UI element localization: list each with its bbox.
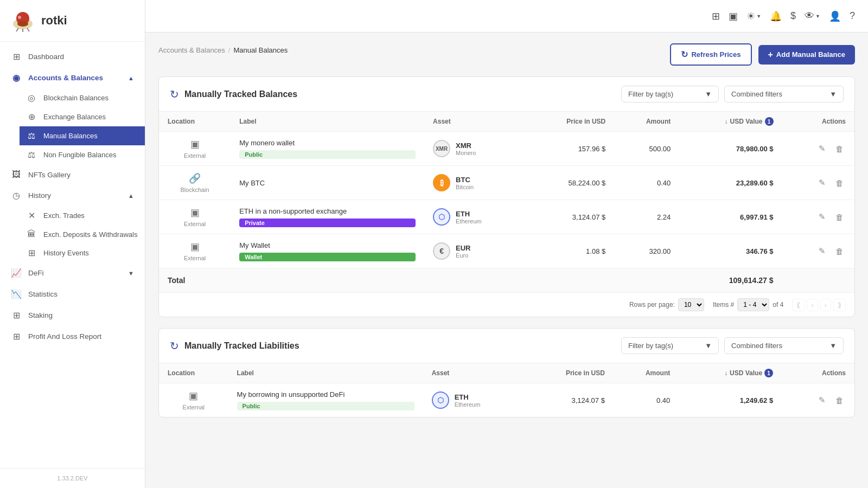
sidebar-item-blockchain-balances[interactable]: ◎ Blockchain Balances <box>20 88 145 107</box>
delete-button[interactable]: 🗑 <box>833 244 846 258</box>
account-icon[interactable]: 👤 <box>829 10 841 22</box>
sidebar-item-history-events[interactable]: ⊞ History Events <box>20 243 145 262</box>
first-page-button[interactable]: ⟪ <box>792 299 805 311</box>
help-icon[interactable]: ? <box>850 10 855 22</box>
sidebar-item-accounts-balances[interactable]: ◉ Accounts & Balances ▲ <box>0 67 145 88</box>
liabilities-filter-tag-placeholder: Filter by tag(s) <box>628 342 673 350</box>
col-location: Location <box>159 363 228 383</box>
delete-button[interactable]: 🗑 <box>833 176 846 190</box>
edit-button[interactable]: ✎ <box>816 176 828 190</box>
currency-control[interactable]: 👁 ▼ <box>805 10 820 22</box>
usd-value-cell: 6,997.91 $ <box>679 200 782 234</box>
edit-button[interactable]: ✎ <box>816 210 828 224</box>
refresh-prices-button[interactable]: ↻ Refresh Prices <box>670 43 751 66</box>
sidebar-item-non-fungible[interactable]: ⚖ Non Fungible Balances <box>20 145 145 164</box>
sidebar-item-exchange-balances[interactable]: ⊕ Exchange Balances <box>20 107 145 126</box>
liabilities-card: ↻ Manually Tracked Liabilities Filter by… <box>158 328 855 418</box>
grid-icon[interactable]: ⊞ <box>712 10 720 22</box>
balances-table: Location Label Asset Price in USD Amount… <box>159 112 854 292</box>
external-icon: ▣ <box>190 138 200 150</box>
delete-button[interactable]: 🗑 <box>833 393 846 407</box>
rows-per-page-select[interactable]: 10 25 50 <box>678 298 704 311</box>
liabilities-filters: Filter by tag(s) ▼ Combined filters ▼ <box>621 337 844 354</box>
sidebar-item-history[interactable]: ◷ History ▲ <box>0 185 145 206</box>
sidebar-item-nfts-gallery[interactable]: 🖼 NFTs Gallery <box>0 164 145 185</box>
external-icon: ▣ <box>190 207 200 219</box>
dollar-icon[interactable]: $ <box>790 10 796 22</box>
add-manual-balance-button[interactable]: + Add Manual Balance <box>758 45 855 65</box>
version-label: 1.33.2.DEV <box>0 468 145 488</box>
label-cell: My monero wallet Public <box>231 132 424 166</box>
delete-button[interactable]: 🗑 <box>833 210 846 224</box>
tag-badge: Public <box>239 150 416 159</box>
sidebar-item-dashboard[interactable]: ⊞ Dashboard <box>0 46 145 67</box>
liabilities-filter-tag-dropdown[interactable]: Filter by tag(s) ▼ <box>621 337 719 354</box>
items-of: of 4 <box>773 301 783 309</box>
rows-per-page-label: Rows per page: <box>629 301 675 309</box>
liabilities-filter-combined-dropdown[interactable]: Combined filters ▼ <box>724 337 844 354</box>
next-page-button[interactable]: › <box>820 299 831 311</box>
filter-combined-dropdown[interactable]: Combined filters ▼ <box>724 86 844 102</box>
breadcrumb: Accounts & Balances / Manual Balances <box>158 46 288 54</box>
edit-button[interactable]: ✎ <box>816 142 828 156</box>
location-label: External <box>184 255 206 261</box>
price-cell: 3,124.07 $ <box>526 383 614 418</box>
pnl-icon: ⊞ <box>11 331 22 342</box>
liabilities-filter-combined-caret-icon: ▼ <box>829 342 837 350</box>
accounts-icon: ◉ <box>11 73 22 83</box>
col-location: Location <box>159 112 231 132</box>
eth-icon: ⬡ <box>433 208 450 226</box>
last-page-button[interactable]: ⟫ <box>833 299 846 311</box>
bell-icon[interactable]: 🔔 <box>770 10 782 22</box>
brightness-caret-icon: ▼ <box>756 14 761 19</box>
sidebar-item-exch-trades[interactable]: ✕ Exch. Trades <box>20 206 145 225</box>
amount-cell: 320.00 <box>614 234 679 268</box>
breadcrumb-separator: / <box>228 46 231 54</box>
edit-button[interactable]: ✎ <box>816 393 828 407</box>
refresh-icon: ↻ <box>681 49 688 60</box>
sidebar-item-staking[interactable]: ⊞ Staking <box>0 305 145 326</box>
asset-cell: € EUR Euro <box>424 234 527 268</box>
items-range-select[interactable]: 1 - 4 <box>737 298 769 311</box>
prev-page-button[interactable]: ‹ <box>807 299 818 311</box>
sidebar-item-defi[interactable]: 📈 DeFi ▼ <box>0 262 145 284</box>
sidebar-item-statistics[interactable]: 📉 Statistics <box>0 284 145 305</box>
sidebar-item-deposits-withdrawals[interactable]: 🏛 Exch. Deposits & Withdrawals <box>20 225 145 243</box>
location-cell: ▣ External <box>159 132 231 166</box>
brightness-control[interactable]: ☀ ▼ <box>746 10 761 22</box>
asset-cell: ⬡ ETH Ethereum <box>423 383 526 418</box>
location-cell: ▣ External <box>159 200 231 234</box>
sidebar-toggle-icon[interactable]: ▣ <box>729 10 738 22</box>
tag-badge: Wallet <box>239 253 416 261</box>
edit-button[interactable]: ✎ <box>816 244 828 258</box>
liabilities-table-body: ▣ External My borrowing in unsupported D… <box>159 383 854 418</box>
liabilities-table: Location Label Asset Price in USD Amount… <box>159 363 854 417</box>
delete-button[interactable]: 🗑 <box>833 142 846 156</box>
location-label: External <box>184 152 206 159</box>
breadcrumb-parent[interactable]: Accounts & Balances <box>158 46 225 54</box>
table-row: 🔗 Blockchain My BTC <box>159 166 854 200</box>
page-actions: ↻ Refresh Prices + Add Manual Balance <box>670 43 855 66</box>
col-actions: Actions <box>782 112 854 132</box>
col-amount: Amount <box>614 363 679 383</box>
asset-symbol: ETH <box>456 210 482 218</box>
label-name: ETH in a non-supported exchange <box>239 207 416 215</box>
sidebar-item-label: DeFi <box>28 269 44 277</box>
sort-down-icon: ↓ <box>725 118 728 125</box>
pagination-controls: ⟪ ‹ › ⟫ <box>792 299 846 311</box>
svg-point-2 <box>17 21 28 27</box>
col-asset: Asset <box>423 363 526 383</box>
label-cell: My borrowing in unsupported DeFi Public <box>228 383 423 418</box>
sidebar-item-label: Exch. Trades <box>43 211 85 220</box>
trades-icon: ✕ <box>26 210 37 221</box>
balances-title: Manually Tracked Balances <box>184 89 297 99</box>
sidebar-item-label: History <box>28 191 51 200</box>
label-cell: My Wallet Wallet <box>231 234 424 268</box>
label-name: My BTC <box>239 179 416 187</box>
sidebar-item-label: Blockchain Balances <box>43 94 108 102</box>
content-area: Accounts & Balances / Manual Balances ↻ … <box>145 33 868 488</box>
filter-tag-dropdown[interactable]: Filter by tag(s) ▼ <box>621 86 719 102</box>
sidebar-item-manual-balances[interactable]: ⚖ Manual Balances <box>20 126 145 145</box>
amount-cell: 2.24 <box>614 200 679 234</box>
sidebar-item-profit-loss[interactable]: ⊞ Profit And Loss Report <box>0 326 145 347</box>
